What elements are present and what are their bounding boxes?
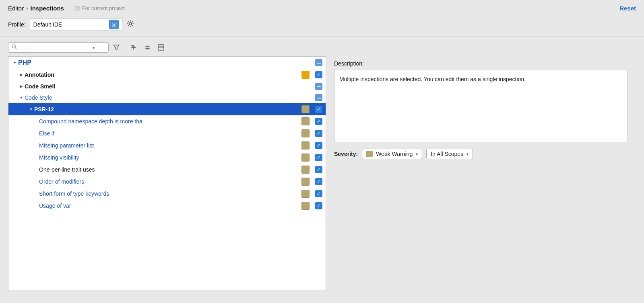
profile-select-arrow-icon [109,20,119,29]
scope-dropdown[interactable]: In All Scopes ▾ [426,149,473,159]
short-form-checkbox[interactable]: ✓ [315,190,322,197]
expand-all-button[interactable] [128,42,140,53]
svg-marker-7 [114,45,119,50]
for-current-project: For current project [74,5,125,11]
else-if-label: Else if [37,130,301,137]
profile-label: Profile: [8,21,26,28]
missing-visibility-color-box [301,154,310,162]
one-per-line-label: One-per-line trait uses [37,166,301,173]
scope-value: In All Scopes [431,151,463,157]
breadcrumb-editor: Editor [8,5,24,12]
tree-item-php[interactable]: ▼ PHP [8,57,326,69]
php-toggle-icon: ▼ [12,59,18,66]
filter-button[interactable] [110,42,122,53]
svg-line-6 [15,48,17,49]
compound-checkbox[interactable]: ✓ [315,118,322,125]
gear-button[interactable] [126,20,134,30]
short-form-color-box [301,190,310,198]
tree-item-short-form[interactable]: Short form of type keywords ✓ [8,188,326,200]
else-if-color-box [301,129,310,137]
reset-button[interactable]: Reset [619,5,636,12]
svg-rect-13 [158,45,164,50]
profile-select[interactable]: Default IDE [30,18,122,31]
short-form-label: Short form of type keywords [37,190,301,197]
main-content: ▼ PHP ▶ Annotation ✓ ▶ Code Smell [0,56,644,291]
php-label: PHP [18,59,314,66]
compound-color-box [301,117,310,125]
tree-item-else-if[interactable]: Else if ✓ [8,127,326,139]
psr12-color-box [301,105,310,113]
toolbar-row: ▾ [0,39,644,56]
missing-visibility-checkbox[interactable]: ✓ [315,154,322,161]
search-box[interactable]: ▾ [8,42,109,53]
right-panel: Description: Multiple inspections are se… [326,56,636,291]
order-modifiers-label: Order of modifiers [37,178,301,185]
top-bar: Editor › Inspections For current project… [0,0,644,16]
left-panel: ▼ PHP ▶ Annotation ✓ ▶ Code Smell [8,56,326,291]
annotation-toggle-icon: ▶ [18,72,25,78]
description-box: Multiple inspections are selected. You c… [334,70,628,142]
missing-param-color-box [301,141,310,149]
psr12-toggle-icon: ▼ [28,106,34,113]
search-icon [12,44,17,51]
toolbar-separator [125,43,125,51]
missing-param-label: Missing parameter list [37,142,301,149]
usage-var-checkbox[interactable]: ✓ [315,202,322,209]
code-smell-label: Code Smell [25,83,314,90]
code-style-label: Code Style [25,94,314,101]
usage-var-color-box [301,202,310,210]
code-smell-toggle-icon: ▶ [18,83,25,90]
tree-item-compound-ns[interactable]: Compound namespace depth is more tha ✓ [8,115,326,127]
severity-color-box [366,151,373,157]
psr12-label: PSR-12 [34,106,301,113]
severity-row: Severity: Weak Warning ▾ In All Scopes ▾ [334,149,628,159]
severity-value: Weak Warning [376,151,413,157]
usage-var-label: Usage of var [37,203,301,209]
php-checkbox[interactable] [315,59,322,66]
missing-param-checkbox[interactable]: ✓ [315,142,322,149]
breadcrumb-separator: › [26,5,28,11]
tree-item-one-per-line[interactable]: One-per-line trait uses ✓ [8,164,326,176]
tree-item-order-modifiers[interactable]: Order of modifiers ✓ [8,176,326,188]
profile-select-value: Default IDE [33,21,105,28]
profile-row: Profile: Default IDE [0,16,644,35]
code-smell-checkbox[interactable] [315,83,322,90]
divider [0,37,644,37]
severity-dropdown-arrow: ▾ [416,152,418,156]
annotation-checkbox[interactable]: ✓ [315,71,322,78]
svg-rect-16 [317,63,321,63]
breadcrumb: Editor › Inspections For current project [8,5,125,12]
svg-point-4 [129,23,132,25]
code-style-toggle-icon: ▼ [18,94,25,101]
breadcrumb-inspections: Inspections [31,5,64,12]
one-per-line-checkbox[interactable]: ✓ [315,166,322,173]
tree-item-missing-param[interactable]: Missing parameter list ✓ [8,139,326,152]
tree-item-usage-var[interactable]: Usage of var ✓ [8,200,326,212]
psr12-checkbox[interactable]: ✓ [315,106,322,113]
tree-item-code-smell[interactable]: ▶ Code Smell [8,81,326,92]
order-modifiers-checkbox[interactable]: ✓ [315,178,322,185]
order-modifiers-color-box [301,178,310,186]
description-label: Description: [334,60,628,67]
annotation-label: Annotation [25,72,301,78]
tree-item-missing-visibility[interactable]: Missing visibility ✓ [8,152,326,164]
tree-item-psr12[interactable]: ▼ PSR-12 ✓ [8,103,326,115]
scope-dropdown-arrow: ▾ [466,152,469,156]
severity-dropdown[interactable]: Weak Warning ▾ [362,149,422,159]
one-per-line-color-box [301,166,310,174]
compound-ns-label: Compound namespace depth is more tha [37,118,301,125]
search-input[interactable] [19,45,91,51]
tree-item-annotation[interactable]: ▶ Annotation ✓ [8,69,326,81]
collapse-all-button[interactable] [141,42,153,53]
annotation-color-box [301,71,310,79]
missing-visibility-label: Missing visibility [37,154,301,161]
else-if-checkbox[interactable]: ✓ [315,130,322,137]
search-dropdown-icon: ▾ [93,45,95,50]
severity-label: Severity: [334,151,358,157]
tree-item-code-style[interactable]: ▼ Code Style [8,92,326,103]
code-style-checkbox[interactable] [315,94,322,101]
group-button[interactable] [155,42,167,53]
svg-rect-18 [317,98,321,98]
svg-rect-17 [317,86,321,87]
